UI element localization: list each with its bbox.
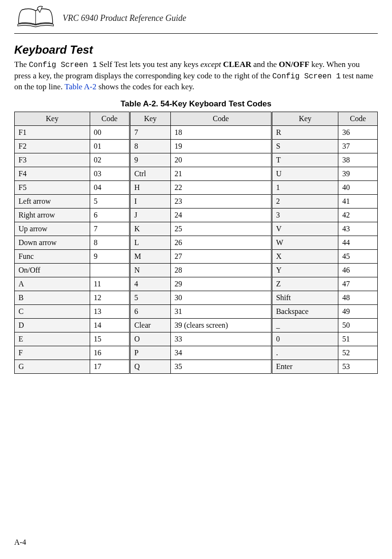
- table-cell: 42: [338, 208, 378, 222]
- table-cell: Backspace: [271, 305, 338, 319]
- page-number: A-4: [14, 538, 26, 547]
- emphasis: except: [200, 60, 221, 69]
- table-row: Down arrow8L26W44: [15, 236, 378, 250]
- table-cell: 30: [170, 291, 271, 305]
- table-cell: 35: [170, 360, 271, 374]
- table-row: F16P34.52: [15, 346, 378, 360]
- table-cell: 23: [170, 195, 271, 208]
- text: shows the codes for each key.: [96, 82, 194, 91]
- table-cell: D: [15, 319, 90, 332]
- table-cell: 6: [130, 305, 170, 319]
- section-heading: Keyboard Test: [14, 43, 378, 57]
- table-cell: K: [130, 222, 170, 236]
- table-cell: 47: [338, 277, 378, 291]
- table-cell: 9: [90, 250, 130, 264]
- table-cell: Enter: [271, 360, 338, 374]
- table-cell: 39: [338, 167, 378, 181]
- table-cell: C: [15, 305, 90, 319]
- table-row: Func9M27X45: [15, 250, 378, 264]
- strong: ON/OFF: [279, 60, 309, 69]
- col-head-code: Code: [338, 112, 378, 126]
- col-head-key: Key: [271, 112, 338, 126]
- table-cell: 45: [338, 250, 378, 264]
- table-cell: G: [15, 360, 90, 374]
- table-cell: 14: [90, 319, 130, 332]
- table-cell: S: [271, 140, 338, 153]
- table-cell: Z: [271, 277, 338, 291]
- table-row: On/OffN28Y46: [15, 264, 378, 277]
- table-cell: P: [130, 346, 170, 360]
- text: Self Test lets you test any keys: [97, 60, 201, 69]
- table-cell: 16: [90, 346, 130, 360]
- table-cell: 1: [271, 181, 338, 195]
- col-head-code: Code: [90, 112, 130, 126]
- table-cell: 44: [338, 236, 378, 250]
- table-cell: 19: [170, 140, 271, 153]
- table-cell: V: [271, 222, 338, 236]
- text: and the: [251, 60, 279, 69]
- table-row: Up arrow7K25V43: [15, 222, 378, 236]
- table-cell: Down arrow: [15, 236, 90, 250]
- table-cell: 25: [170, 222, 271, 236]
- table-row: F201819S37: [15, 140, 378, 153]
- table-cell: H: [130, 181, 170, 195]
- table-cell: 8: [90, 236, 130, 250]
- col-head-key: Key: [15, 112, 90, 126]
- table-row: C13631Backspace49: [15, 305, 378, 319]
- table-cell: 50: [338, 319, 378, 332]
- table-cell: 9: [130, 153, 170, 167]
- table-cell: J: [130, 208, 170, 222]
- table-cell: Ctrl: [130, 167, 170, 181]
- table-cell: E: [15, 332, 90, 346]
- table-cell: 03: [90, 167, 130, 181]
- table-cell: 51: [338, 332, 378, 346]
- body-paragraph: The Config Screen 1 Self Test lets you t…: [14, 59, 378, 93]
- doc-title: VRC 6940 Product Reference Guide: [63, 13, 187, 23]
- table-cell: 22: [170, 181, 271, 195]
- table-cell: 2: [271, 195, 338, 208]
- table-cell: 18: [170, 126, 271, 140]
- table-cell: 36: [338, 126, 378, 140]
- table-cell: Q: [130, 360, 170, 374]
- table-cell: 5: [90, 195, 130, 208]
- table-cell: 7: [90, 222, 130, 236]
- table-caption: Table A-2. 54-Key Keyboard Test Codes: [14, 99, 378, 109]
- inline-code: Config Screen 1: [272, 72, 341, 81]
- table-cell: F2: [15, 140, 90, 153]
- table-cell: 28: [170, 264, 271, 277]
- table-cell: Shift: [271, 291, 338, 305]
- table-cell: 13: [90, 305, 130, 319]
- table-cell: 33: [170, 332, 271, 346]
- table-row: Right arrow6J24342: [15, 208, 378, 222]
- table-cell: 0: [271, 332, 338, 346]
- col-head-code: Code: [170, 112, 271, 126]
- table-cell: A: [15, 277, 90, 291]
- table-cell: T: [271, 153, 338, 167]
- table-cell: 04: [90, 181, 130, 195]
- table-cell: M: [130, 250, 170, 264]
- table-cell: 48: [338, 291, 378, 305]
- table-cell: 40: [338, 181, 378, 195]
- table-row: F100718R36: [15, 126, 378, 140]
- header-underline: [14, 33, 378, 34]
- table-cell: [90, 264, 130, 277]
- table-cell: 7: [130, 126, 170, 140]
- table-cell: W: [271, 236, 338, 250]
- table-cell: 39 (clears screen): [170, 319, 271, 332]
- table-row: D14Clear39 (clears screen)_50: [15, 319, 378, 332]
- table-header-row: Key Code Key Code Key Code: [15, 112, 378, 126]
- table-reference-link[interactable]: Table A-2: [65, 82, 96, 91]
- table-cell: 31: [170, 305, 271, 319]
- table-cell: 17: [90, 360, 130, 374]
- table-row: Left arrow5I23241: [15, 195, 378, 208]
- table-row: F302920T38: [15, 153, 378, 167]
- table-cell: 3: [271, 208, 338, 222]
- table-cell: 11: [90, 277, 130, 291]
- table-cell: 37: [338, 140, 378, 153]
- table-cell: 6: [90, 208, 130, 222]
- inline-code: Config Screen 1: [29, 61, 97, 69]
- table-cell: 5: [130, 291, 170, 305]
- table-cell: R: [271, 126, 338, 140]
- table-cell: Left arrow: [15, 195, 90, 208]
- col-head-key: Key: [130, 112, 170, 126]
